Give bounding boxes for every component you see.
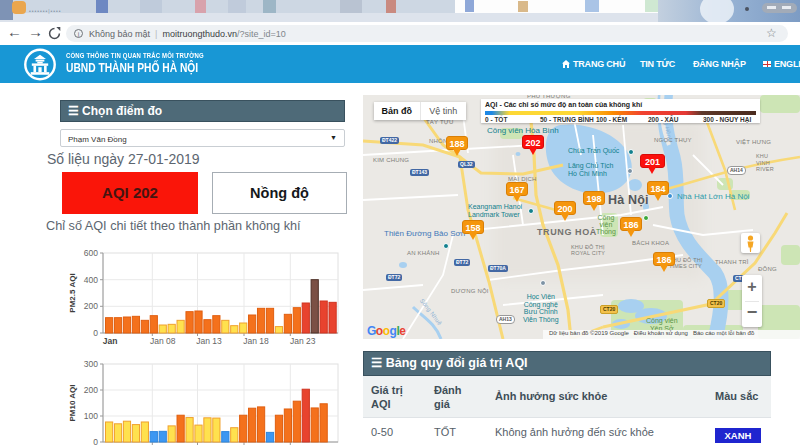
svg-text:0: 0 [93,437,98,447]
svg-text:600: 600 [84,248,98,258]
svg-text:PM10 AQI: PM10 AQI [68,384,77,421]
svg-text:100: 100 [84,411,98,421]
svg-text:Jan 18: Jan 18 [243,336,269,346]
svg-text:0: 0 [93,328,98,338]
svg-text:200: 200 [84,301,98,311]
svg-text:400: 400 [84,275,98,285]
svg-text:300: 300 [84,359,98,369]
svg-text:Jan: Jan [103,336,118,346]
svg-text:PM2.5 AQI: PM2.5 AQI [68,273,77,312]
svg-text:Jan 08: Jan 08 [150,336,176,346]
svg-text:200: 200 [84,385,98,395]
svg-text:Jan 23: Jan 23 [290,336,316,346]
svg-text:Jan 13: Jan 13 [196,336,222,346]
